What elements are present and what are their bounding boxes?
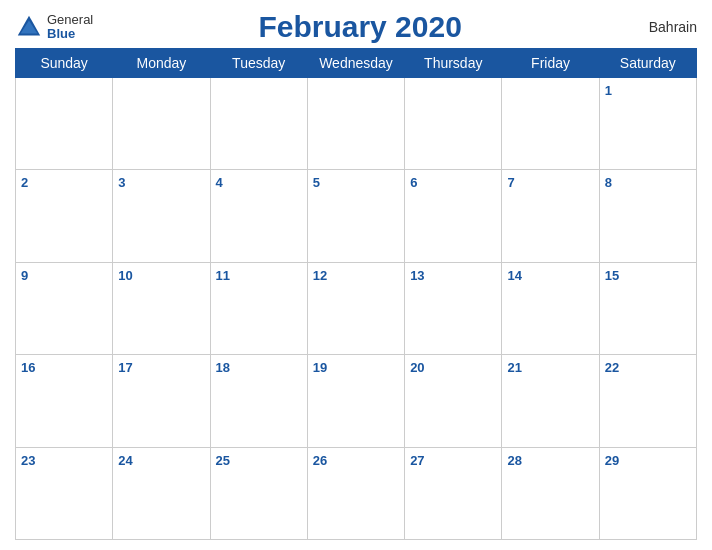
calendar-cell [16,78,113,170]
calendar-cell: 23 [16,447,113,539]
day-number: 4 [216,175,223,190]
day-number: 23 [21,453,35,468]
calendar-cell [405,78,502,170]
day-number: 9 [21,268,28,283]
day-number: 17 [118,360,132,375]
calendar-cell: 17 [113,355,210,447]
weekday-header-monday: Monday [113,49,210,78]
day-number: 11 [216,268,230,283]
calendar-cell: 4 [210,170,307,262]
calendar-cell [113,78,210,170]
calendar-cell: 5 [307,170,404,262]
day-number: 25 [216,453,230,468]
page-header: General Blue February 2020 Bahrain [15,10,697,44]
day-number: 22 [605,360,619,375]
day-number: 12 [313,268,327,283]
day-number: 24 [118,453,132,468]
day-number: 15 [605,268,619,283]
week-row-5: 23242526272829 [16,447,697,539]
calendar-title: February 2020 [93,10,627,44]
calendar-cell: 21 [502,355,599,447]
calendar-cell [210,78,307,170]
calendar-cell: 8 [599,170,696,262]
calendar-cell: 19 [307,355,404,447]
calendar-cell: 9 [16,262,113,354]
country-label: Bahrain [627,19,697,35]
calendar-cell: 18 [210,355,307,447]
week-row-2: 2345678 [16,170,697,262]
day-number: 3 [118,175,125,190]
day-number: 26 [313,453,327,468]
weekday-header-sunday: Sunday [16,49,113,78]
calendar-cell: 1 [599,78,696,170]
day-number: 10 [118,268,132,283]
day-number: 16 [21,360,35,375]
calendar-cell: 14 [502,262,599,354]
weekday-header-saturday: Saturday [599,49,696,78]
day-number: 29 [605,453,619,468]
day-number: 21 [507,360,521,375]
day-number: 2 [21,175,28,190]
calendar-cell: 15 [599,262,696,354]
weekday-header-thursday: Thursday [405,49,502,78]
week-row-4: 16171819202122 [16,355,697,447]
calendar-cell: 12 [307,262,404,354]
calendar-cell: 13 [405,262,502,354]
logo-general-text: General [47,13,93,27]
weekday-header-tuesday: Tuesday [210,49,307,78]
calendar-cell: 22 [599,355,696,447]
calendar-cell: 16 [16,355,113,447]
day-number: 6 [410,175,417,190]
calendar-cell: 29 [599,447,696,539]
calendar-cell: 27 [405,447,502,539]
calendar-cell: 24 [113,447,210,539]
weekday-header-row: SundayMondayTuesdayWednesdayThursdayFrid… [16,49,697,78]
day-number: 14 [507,268,521,283]
calendar-cell: 25 [210,447,307,539]
week-row-3: 9101112131415 [16,262,697,354]
calendar-table: SundayMondayTuesdayWednesdayThursdayFrid… [15,48,697,540]
day-number: 18 [216,360,230,375]
calendar-cell: 10 [113,262,210,354]
day-number: 8 [605,175,612,190]
day-number: 20 [410,360,424,375]
weekday-header-wednesday: Wednesday [307,49,404,78]
calendar-cell: 28 [502,447,599,539]
day-number: 1 [605,83,612,98]
calendar-cell: 6 [405,170,502,262]
general-blue-icon [15,13,43,41]
calendar-cell: 7 [502,170,599,262]
calendar-cell: 11 [210,262,307,354]
calendar-cell [307,78,404,170]
day-number: 19 [313,360,327,375]
logo: General Blue [15,13,93,42]
calendar-cell: 26 [307,447,404,539]
calendar-cell: 3 [113,170,210,262]
day-number: 27 [410,453,424,468]
day-number: 28 [507,453,521,468]
weekday-header-friday: Friday [502,49,599,78]
calendar-cell: 20 [405,355,502,447]
day-number: 7 [507,175,514,190]
week-row-1: 1 [16,78,697,170]
calendar-cell: 2 [16,170,113,262]
calendar-cell [502,78,599,170]
day-number: 5 [313,175,320,190]
logo-blue-text: Blue [47,27,93,41]
day-number: 13 [410,268,424,283]
